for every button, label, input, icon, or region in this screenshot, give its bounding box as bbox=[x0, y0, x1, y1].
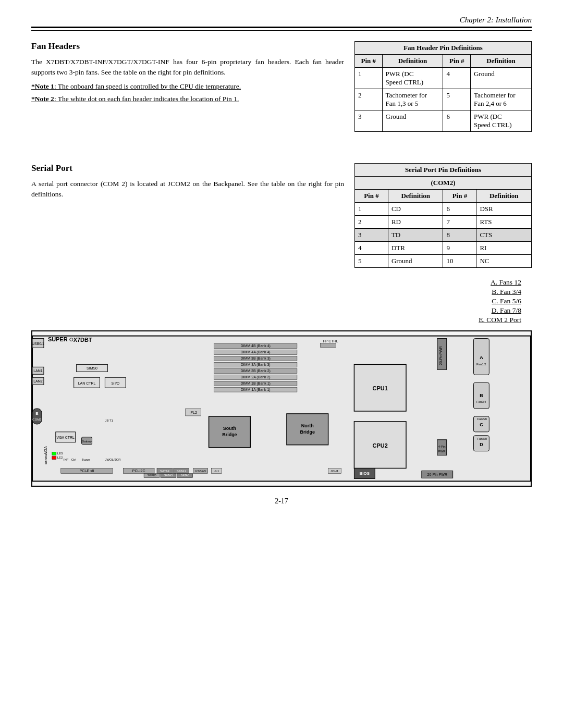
note1-label: *Note 1 bbox=[31, 82, 54, 90]
serial-col-pin1: Pin # bbox=[355, 190, 388, 203]
svg-text:DIMM 4B (Bank 4): DIMM 4B (Bank 4) bbox=[241, 344, 271, 348]
svg-text:SIMS0: SIMS0 bbox=[87, 366, 97, 370]
svg-text:DIMM 3A (Bank 3): DIMM 3A (Bank 3) bbox=[241, 363, 271, 367]
fan-note1: *Note 1: The onboard fan speed is contro… bbox=[31, 81, 344, 92]
svg-text:JWOL/JOR: JWOL/JOR bbox=[105, 458, 121, 461]
svg-text:SUPER: SUPER bbox=[48, 336, 68, 342]
svg-text:Fan3/4: Fan3/4 bbox=[476, 400, 486, 403]
serial-pin1-r3: 3 bbox=[355, 229, 388, 242]
svg-text:DIMM 2B (Bank 2): DIMM 2B (Bank 2) bbox=[241, 369, 271, 373]
svg-text:D: D bbox=[480, 442, 483, 447]
fan-headers-table-container: Fan Header Pin Definitions Pin # Definit… bbox=[354, 41, 532, 132]
fan-col-pin2: Pin # bbox=[443, 55, 471, 68]
svg-text:InfiniBand: InfiniBand bbox=[44, 451, 47, 465]
svg-text:SGPIO: SGPIO bbox=[147, 474, 156, 477]
serial-pin1-r1: 1 bbox=[355, 203, 388, 216]
svg-text:20-PinPWR: 20-PinPWR bbox=[439, 346, 443, 365]
svg-text:A: A bbox=[480, 355, 483, 360]
table-row: 2 Tachometer forFan 1,3 or 5 5 Tachomete… bbox=[355, 89, 532, 110]
serial-def2-r1: DSR bbox=[476, 203, 532, 216]
fan-def2-r2: Tachometer forFan 2,4 or 6 bbox=[470, 89, 531, 110]
svg-text:PCI-E x8: PCI-E x8 bbox=[80, 469, 94, 473]
fan-headers-left: Fan Headers The X7DBT/X7DBT-INF/X7DGT/X7… bbox=[31, 41, 344, 132]
page-number: 2-17 bbox=[31, 497, 532, 505]
table-row: 3 TD 8 CTS bbox=[355, 229, 532, 242]
svg-text:S I/O: S I/O bbox=[111, 381, 119, 385]
svg-text:20-Pin PWR: 20-Pin PWR bbox=[427, 473, 447, 476]
svg-text:SATA3: SATA3 bbox=[164, 474, 173, 477]
fan-pin2-r1: 4 bbox=[443, 68, 471, 89]
fan-col-def1: Definition bbox=[382, 55, 443, 68]
fan-pin2-r2: 5 bbox=[443, 89, 471, 110]
serial-def1-r1: CD bbox=[388, 203, 443, 216]
fan-col-def2: Definition bbox=[470, 55, 531, 68]
motherboard-diagram-section: USB0/1 LAN1 LAN2 E COM2 VGA LAN CTRL S I… bbox=[31, 330, 532, 487]
fan-def1-r3: Ground bbox=[382, 110, 443, 132]
svg-text:LAN2: LAN2 bbox=[33, 379, 43, 383]
svg-text:SATA3: SATA3 bbox=[160, 470, 170, 473]
fan-def2-r3: PWR (DCSpeed CTRL) bbox=[470, 110, 531, 132]
svg-text:IPL2: IPL2 bbox=[190, 411, 197, 414]
svg-text:DIMM 2A (Bank 2): DIMM 2A (Bank 2) bbox=[241, 375, 271, 379]
svg-rect-95 bbox=[52, 452, 56, 455]
serial-def1-r3: TD bbox=[388, 229, 443, 242]
serial-table-title: Serial Port Pin Definitions bbox=[355, 164, 532, 177]
svg-text:DIMM 4A (Bank 4): DIMM 4A (Bank 4) bbox=[241, 350, 271, 354]
table-row: 5 Ground 10 NC bbox=[355, 255, 532, 268]
svg-text:VGA CTRL: VGA CTRL bbox=[56, 436, 75, 439]
table-row: 4 DTR 9 RI bbox=[355, 242, 532, 255]
serial-pin2-r4: 9 bbox=[443, 242, 476, 255]
serial-pin2-r5: 10 bbox=[443, 255, 476, 268]
fan-headers-body: The X7DBT/X7DBT-INF/X7DGT/X7DGT-INF has … bbox=[31, 57, 344, 78]
fan-header-table: Fan Header Pin Definitions Pin # Definit… bbox=[354, 41, 532, 132]
table-row: 3 Ground 6 PWR (DCSpeed CTRL) bbox=[355, 110, 532, 132]
note2-label: *Note 2 bbox=[31, 95, 54, 103]
table-row: 1 PWR (DCSpeed CTRL) 4 Ground bbox=[355, 68, 532, 89]
note2-text: : The white dot on each fan header indic… bbox=[54, 95, 239, 103]
svg-text:Bridge: Bridge bbox=[222, 432, 237, 437]
svg-text:Bridge: Bridge bbox=[300, 429, 315, 435]
svg-text:Ctrl: Ctrl bbox=[71, 458, 76, 461]
serial-pin2-r3: 8 bbox=[443, 229, 476, 242]
fan-headers-title: Fan Headers bbox=[31, 41, 344, 52]
serial-pin2-r1: 6 bbox=[443, 203, 476, 216]
serial-table-subtitle: (COM2) bbox=[355, 177, 532, 190]
serial-port-left: Serial Port A serial port connector (COM… bbox=[31, 163, 344, 268]
svg-text:DIMM 1A (Bank 1): DIMM 1A (Bank 1) bbox=[241, 388, 271, 392]
svg-text:JL1: JL1 bbox=[214, 470, 219, 473]
serial-pin1-r4: 4 bbox=[355, 242, 388, 255]
serial-def1-r2: RD bbox=[388, 216, 443, 229]
fan-note2: *Note 2: The white dot on each fan heade… bbox=[31, 94, 344, 104]
fan-pin1-r2: 2 bbox=[355, 89, 383, 110]
serial-pin1-r2: 2 bbox=[355, 216, 388, 229]
appendix-item-d: D. Fan 7/8 bbox=[492, 306, 521, 315]
svg-rect-96 bbox=[52, 456, 56, 460]
svg-text:USB0/1: USB0/1 bbox=[32, 342, 44, 346]
svg-text:PWR: PWR bbox=[438, 450, 446, 453]
chapter-title: Chapter 2: Installation bbox=[460, 16, 532, 24]
svg-text:SATA0: SATA0 bbox=[181, 474, 190, 477]
serial-pin1-r5: 5 bbox=[355, 255, 388, 268]
appendix-item-b: B. Fan 3/4 bbox=[492, 288, 521, 296]
svg-text:Buzze: Buzze bbox=[82, 458, 91, 461]
table-row: 2 RD 7 RTS bbox=[355, 216, 532, 229]
svg-text:JB T1: JB T1 bbox=[105, 419, 113, 422]
serial-port-title: Serial Port bbox=[31, 163, 344, 174]
svg-text:CPU1: CPU1 bbox=[373, 385, 388, 391]
svg-text:LE2: LE2 bbox=[57, 456, 63, 459]
fan-col-pin1: Pin # bbox=[355, 55, 383, 68]
serial-def2-r2: RTS bbox=[476, 216, 532, 229]
fan-pin1-r1: 1 bbox=[355, 68, 383, 89]
serial-port-body: A serial port connector (COM 2) is locat… bbox=[31, 179, 344, 200]
svg-text:LAN1: LAN1 bbox=[33, 369, 43, 373]
svg-rect-36 bbox=[321, 343, 336, 348]
fan-headers-section: Fan Headers The X7DBT/X7DBT-INF/X7DGT/X7… bbox=[31, 41, 532, 132]
page-header: Chapter 2: Installation bbox=[31, 16, 532, 28]
svg-text:USB2/3: USB2/3 bbox=[195, 470, 206, 473]
svg-text:JOH1: JOH1 bbox=[331, 470, 339, 473]
svg-text:North: North bbox=[301, 423, 314, 428]
svg-text:4-Pin: 4-Pin bbox=[438, 445, 446, 448]
svg-text:Fan5/6: Fan5/6 bbox=[477, 417, 487, 421]
serial-def1-r4: DTR bbox=[388, 242, 443, 255]
fan-def1-r2: Tachometer forFan 1,3 or 5 bbox=[382, 89, 443, 110]
